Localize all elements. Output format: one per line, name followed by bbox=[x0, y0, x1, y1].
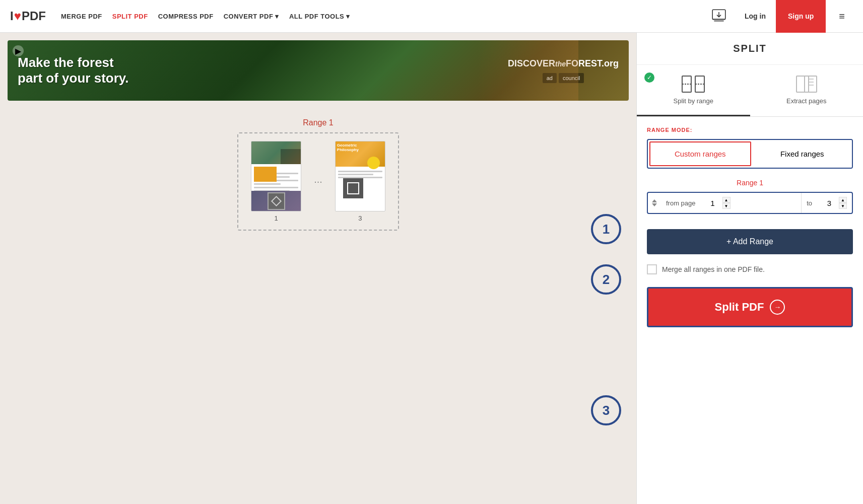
dark-square-decoration bbox=[343, 178, 363, 198]
from-spin-up[interactable]: ▲ bbox=[722, 197, 731, 203]
range-label: Range 1 bbox=[303, 118, 334, 127]
step-circle-1: 1 bbox=[591, 214, 621, 244]
from-page-input[interactable] bbox=[700, 199, 722, 207]
pdf-area: Range 1 bbox=[0, 108, 636, 241]
nav-merge-pdf[interactable]: MERGE PDF bbox=[61, 13, 102, 20]
main-container: ▶ Make the forestpart of your story. DIS… bbox=[0, 33, 863, 504]
split-pdf-button[interactable]: Split PDF → bbox=[647, 287, 853, 327]
split-header: SPLIT bbox=[637, 33, 863, 65]
page-number-1: 1 bbox=[275, 214, 278, 222]
page-number-3: 3 bbox=[358, 214, 362, 222]
merge-label: Merge all ranges in one PDF file. bbox=[662, 265, 765, 273]
check-badge-icon: ✓ bbox=[644, 73, 654, 83]
split-arrow-icon: → bbox=[770, 300, 785, 315]
left-panel: ▶ Make the forestpart of your story. DIS… bbox=[0, 33, 636, 504]
arrow-down-icon[interactable] bbox=[652, 203, 657, 206]
nav-split-pdf[interactable]: SPLIT PDF bbox=[112, 13, 148, 20]
from-spinner[interactable]: ▲ ▼ bbox=[722, 197, 731, 209]
page-thumb-3[interactable]: GeometricPhilosophy 3 bbox=[335, 141, 385, 222]
tab-extract-label: Extract pages bbox=[786, 97, 827, 105]
signup-button[interactable]: Sign up bbox=[776, 0, 826, 33]
to-page-input[interactable] bbox=[816, 199, 839, 207]
header: I ♥ PDF MERGE PDF SPLIT PDF COMPRESS PDF… bbox=[0, 0, 863, 33]
from-label: from page bbox=[666, 199, 696, 207]
range-mode-buttons: Custom ranges Fixed ranges bbox=[647, 139, 853, 169]
nav-all-tools[interactable]: ALL PDF TOOLS ▾ bbox=[289, 13, 350, 20]
tab-split-range-label: Split by range bbox=[674, 97, 714, 105]
fake-line bbox=[338, 171, 382, 172]
mode-tabs: ✓ Split by range Extract pages bbox=[637, 65, 863, 117]
page-img-bottom bbox=[251, 191, 301, 211]
nav-convert-pdf[interactable]: CONVERT PDF ▾ bbox=[224, 13, 279, 20]
range-section: Range 1 from page ▲ ▼ to bbox=[637, 179, 863, 224]
nav-compress-pdf[interactable]: COMPRESS PDF bbox=[158, 13, 214, 20]
tab-split-by-range[interactable]: ✓ Split by range bbox=[637, 65, 750, 116]
right-panel: SPLIT ✓ Split by range bbox=[636, 33, 863, 504]
header-right: Log in Sign up ≡ bbox=[711, 0, 853, 33]
step-circle-3: 3 bbox=[591, 395, 621, 425]
merge-checkbox[interactable] bbox=[647, 264, 657, 274]
ad-title: Make the forestpart of your story. bbox=[18, 55, 129, 86]
fake-line bbox=[254, 183, 281, 185]
add-range-button[interactable]: + Add Range bbox=[647, 229, 853, 254]
fake-line bbox=[254, 187, 298, 188]
range-arrows[interactable] bbox=[648, 199, 661, 206]
ad-content: Make the forestpart of your story. bbox=[8, 45, 139, 96]
logo[interactable]: I ♥ PDF bbox=[10, 9, 46, 23]
step-circle-2: 2 bbox=[591, 264, 621, 295]
page3-title: GeometricPhilosophy bbox=[336, 141, 385, 154]
download-desktop-icon[interactable] bbox=[711, 8, 727, 24]
extract-pages-icon bbox=[794, 75, 819, 93]
split-range-icon bbox=[681, 75, 705, 93]
to-spin-down[interactable]: ▼ bbox=[839, 203, 847, 209]
svg-rect-9 bbox=[805, 76, 817, 92]
login-button[interactable]: Log in bbox=[735, 8, 776, 24]
nav: MERGE PDF SPLIT PDF COMPRESS PDF CONVERT… bbox=[61, 13, 711, 20]
range-inputs: from page ▲ ▼ to ▲ ▼ bbox=[647, 192, 853, 214]
custom-ranges-button[interactable]: Custom ranges bbox=[649, 141, 751, 166]
merge-option: Merge all ranges in one PDF file. bbox=[637, 259, 863, 279]
from-group: from page ▲ ▼ bbox=[661, 193, 802, 213]
pages-container: 1 ··· GeometricPhilosophy bbox=[237, 132, 399, 231]
fake-line bbox=[338, 174, 373, 175]
tab-extract-pages[interactable]: Extract pages bbox=[750, 65, 864, 116]
to-group: to ▲ ▼ bbox=[802, 193, 852, 213]
yellow-circle-decoration bbox=[367, 157, 380, 169]
range1-title: Range 1 bbox=[647, 179, 853, 187]
range-mode-section: RANGE MODE: Custom ranges Fixed ranges bbox=[637, 117, 863, 179]
svg-rect-8 bbox=[796, 76, 809, 92]
arrow-up-icon[interactable] bbox=[652, 199, 657, 202]
page-thumb-1[interactable]: 1 bbox=[251, 141, 301, 222]
page-image-1 bbox=[251, 141, 301, 211]
to-spin-up[interactable]: ▲ bbox=[839, 197, 847, 203]
range-mode-label: RANGE MODE: bbox=[647, 127, 853, 133]
menu-button[interactable]: ≡ bbox=[831, 7, 853, 26]
page-image-3: GeometricPhilosophy bbox=[335, 141, 385, 211]
fixed-ranges-button[interactable]: Fixed ranges bbox=[753, 140, 852, 168]
to-spinner[interactable]: ▲ ▼ bbox=[839, 197, 847, 209]
to-label: to bbox=[807, 199, 812, 207]
play-icon[interactable]: ▶ bbox=[13, 45, 24, 56]
from-spin-down[interactable]: ▼ bbox=[722, 203, 731, 209]
ad-banner[interactable]: ▶ Make the forestpart of your story. DIS… bbox=[8, 40, 629, 101]
split-pdf-label: Split PDF bbox=[715, 301, 764, 314]
page-dots: ··· bbox=[311, 176, 325, 187]
